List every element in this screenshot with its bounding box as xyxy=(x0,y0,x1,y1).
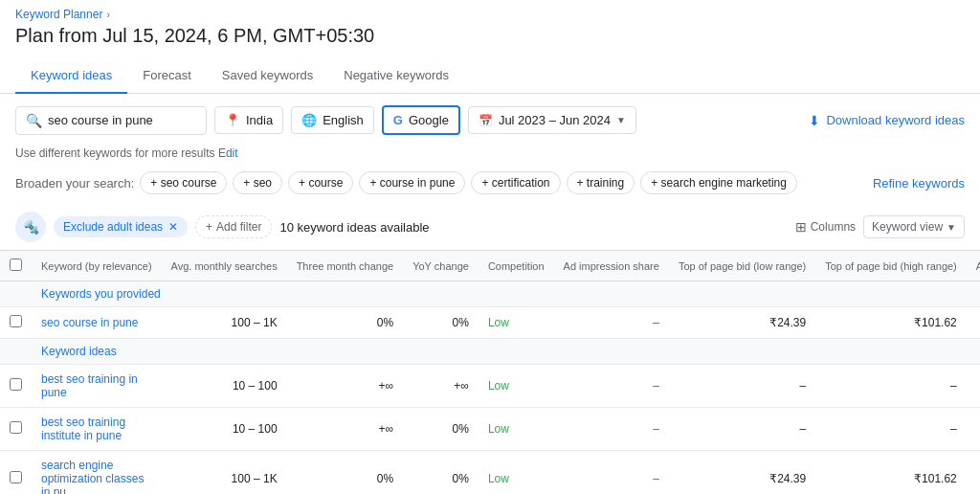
location-filter[interactable]: 📍 India xyxy=(214,106,283,134)
use-different-bar: Use different keywords for more results … xyxy=(0,146,980,168)
cell-bid-high: ₹101.62 xyxy=(815,307,967,339)
keyword-link[interactable]: best seo training institute in pune xyxy=(41,415,125,442)
th-bid-low: Top of page bid (low range) xyxy=(669,251,815,281)
download-label: Download keyword ideas xyxy=(826,113,965,127)
exclude-adult-chip[interactable]: Exclude adult ideas ✕ xyxy=(54,216,188,237)
row-checkbox-cell xyxy=(0,451,32,495)
filter-funnel-icon: 🔩 xyxy=(15,212,46,242)
cell-competition: Low xyxy=(479,307,554,339)
cell-competition: Low xyxy=(479,408,554,451)
language-label: English xyxy=(323,113,364,127)
table-row: best seo training institute in pune 10 –… xyxy=(0,408,980,451)
language-icon: 🌐 xyxy=(301,113,317,127)
row-checkbox[interactable] xyxy=(10,421,22,434)
cell-bid-high: – xyxy=(815,408,967,451)
cell-keyword: search engine optimization classes in pu… xyxy=(32,451,162,495)
table-row: best seo training in pune 10 – 100 +∞ +∞… xyxy=(0,365,980,408)
close-icon[interactable]: ✕ xyxy=(168,220,178,234)
cell-competition: Low xyxy=(479,365,554,408)
keyword-view-label: Keyword view xyxy=(872,220,943,234)
breadcrumb-label: Keyword Planner xyxy=(15,8,102,21)
cell-account-status xyxy=(967,451,980,495)
keyword-table-container: Keyword (by relevance) Avg. monthly sear… xyxy=(0,251,980,494)
tab-saved-keywords[interactable]: Saved keywords xyxy=(207,58,328,94)
row-checkbox-cell xyxy=(0,307,32,339)
section-label: Keywords you provided xyxy=(32,281,980,307)
download-icon: ⬇ xyxy=(809,113,820,128)
suggestion-chip-1[interactable]: + seo xyxy=(233,171,282,194)
plus-icon: + xyxy=(206,220,212,234)
suggestion-chip-4[interactable]: + certification xyxy=(471,171,560,194)
keyword-view-button[interactable]: Keyword view ▼ xyxy=(863,215,965,238)
language-filter[interactable]: 🌐 English xyxy=(291,106,374,134)
cell-avg-monthly: 10 – 100 xyxy=(162,365,287,408)
exclude-label: Exclude adult ideas xyxy=(63,220,163,234)
filter-bar: 🔩 Exclude adult ideas ✕ + Add filter 10 … xyxy=(0,204,980,251)
keyword-link[interactable]: best seo training in pune xyxy=(41,372,138,399)
keyword-link[interactable]: search engine optimization classes in pu… xyxy=(41,459,144,494)
row-checkbox[interactable] xyxy=(10,471,22,483)
download-button[interactable]: ⬇ Download keyword ideas xyxy=(809,113,965,128)
search-box[interactable]: 🔍 xyxy=(15,106,207,135)
suggestions-bar: Broaden your search: + seo course + seo … xyxy=(0,168,980,204)
cell-ad-impression: – xyxy=(554,365,669,408)
th-competition: Competition xyxy=(479,251,554,281)
cell-ad-impression: – xyxy=(554,451,669,495)
suggestion-chip-5[interactable]: + training xyxy=(567,171,635,194)
tab-negative-keywords[interactable]: Negative keywords xyxy=(328,58,464,94)
th-ad-impression: Ad impression share xyxy=(554,251,669,281)
suggestions-label: Broaden your search: xyxy=(15,176,134,191)
suggestion-chip-0[interactable]: + seo course xyxy=(140,171,227,194)
add-filter-button[interactable]: + Add filter xyxy=(195,215,272,238)
breadcrumb[interactable]: Keyword Planner › xyxy=(15,8,965,21)
th-avg-monthly: Avg. monthly searches xyxy=(162,251,287,281)
columns-label: Columns xyxy=(811,220,856,234)
th-bid-high: Top of page bid (high range) xyxy=(815,251,967,281)
row-checkbox[interactable] xyxy=(10,378,22,391)
network-filter[interactable]: G Google xyxy=(382,105,460,135)
cell-bid-low: – xyxy=(669,408,815,451)
cell-three-month: +∞ xyxy=(287,365,404,408)
table-row: seo course in pune 100 – 1K 0% 0% Low – … xyxy=(0,307,980,339)
cell-keyword: best seo training in pune xyxy=(32,365,162,408)
search-input[interactable] xyxy=(48,113,182,127)
cell-keyword: seo course in pune xyxy=(32,307,162,339)
cell-bid-low: ₹24.39 xyxy=(669,451,815,495)
select-all-checkbox[interactable] xyxy=(10,258,22,271)
table-body: Keywords you provided seo course in pune… xyxy=(0,281,980,495)
tab-forecast[interactable]: Forecast xyxy=(127,58,207,94)
date-range-label: Jul 2023 – Jun 2024 xyxy=(499,113,611,127)
edit-link[interactable]: Edit xyxy=(218,146,238,160)
cell-keyword: best seo training institute in pune xyxy=(32,408,162,451)
add-filter-label: Add filter xyxy=(216,220,261,234)
row-checkbox[interactable] xyxy=(10,315,22,327)
use-different-text: Use different keywords for more results xyxy=(15,146,215,160)
location-icon: 📍 xyxy=(225,113,240,127)
cell-account-status xyxy=(967,365,980,408)
section-label: Keyword ideas xyxy=(32,339,980,365)
th-three-month: Three month change xyxy=(287,251,404,281)
network-label: Google xyxy=(409,113,449,127)
table-header-row: Keyword (by relevance) Avg. monthly sear… xyxy=(0,251,980,281)
suggestion-chip-6[interactable]: + search engine marketing xyxy=(640,171,797,194)
cell-three-month: 0% xyxy=(287,307,404,339)
th-keyword: Keyword (by relevance) xyxy=(32,251,162,281)
cell-three-month: 0% xyxy=(287,451,404,495)
cell-yoy: 0% xyxy=(403,307,479,339)
th-account-status: Account status xyxy=(967,251,980,281)
search-icon: 🔍 xyxy=(26,113,42,128)
date-range-filter[interactable]: 📅 Jul 2023 – Jun 2024 ▼ xyxy=(468,106,636,134)
network-icon: G xyxy=(393,113,403,127)
keyword-link[interactable]: seo course in pune xyxy=(41,316,138,329)
cell-competition: Low xyxy=(479,451,554,495)
suggestion-chip-2[interactable]: + course xyxy=(288,171,353,194)
cell-avg-monthly: 100 – 1K xyxy=(162,307,287,339)
tabs-bar: Keyword ideas Forecast Saved keywords Ne… xyxy=(0,58,980,94)
cell-bid-high: – xyxy=(815,365,967,408)
tab-keyword-ideas[interactable]: Keyword ideas xyxy=(15,58,127,94)
columns-button[interactable]: ⊞ Columns xyxy=(795,219,856,235)
refine-keywords-button[interactable]: Refine keywords xyxy=(873,176,965,191)
suggestion-chip-3[interactable]: + course in pune xyxy=(359,171,465,194)
keyword-count: 10 keyword ideas available xyxy=(279,220,429,235)
calendar-icon: 📅 xyxy=(479,114,493,127)
